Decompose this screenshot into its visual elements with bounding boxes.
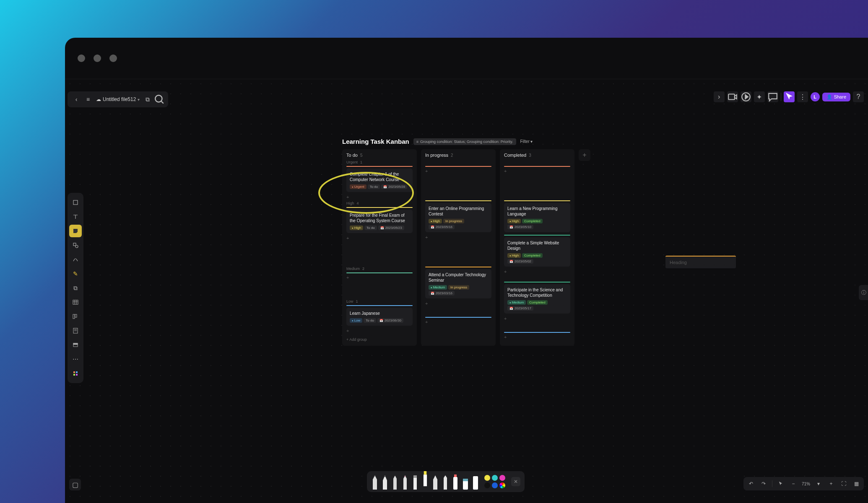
menu-button[interactable]: ≡ [83, 94, 94, 105]
kanban-filter-button[interactable]: Filter▾ [520, 139, 533, 144]
traffic-lights [78, 54, 117, 62]
card-title: Complete a Simple Website Design [507, 240, 567, 251]
search-icon[interactable] [154, 94, 165, 105]
add-card-button[interactable]: + [425, 319, 491, 324]
sticky-note-tool[interactable] [69, 225, 82, 237]
add-card-button[interactable]: + [346, 275, 413, 280]
connector-tool[interactable] [69, 253, 82, 266]
app-window: ‹ ≡ ☁ Untitled file512 ▾ ⧉ › ✦ ⋮ L 👤Shar… [65, 38, 868, 503]
zoom-out-button[interactable]: − [788, 479, 798, 489]
ai-sparkle-icon[interactable]: ✦ [754, 91, 765, 102]
expand-right-icon[interactable]: › [714, 91, 725, 102]
min-dot[interactable] [94, 54, 101, 62]
add-column-button[interactable]: + [579, 149, 590, 161]
svg-rect-11 [73, 314, 75, 319]
kanban-grouping-badge[interactable]: ≡Grouping condition: Status; Grouping co… [413, 138, 516, 145]
shape-tool[interactable] [69, 239, 82, 252]
pointer-icon[interactable] [776, 479, 786, 489]
more-icon[interactable]: ⋮ [797, 91, 808, 102]
group-bar [504, 282, 570, 283]
pen-eraser[interactable] [462, 474, 469, 490]
avatar[interactable]: L [811, 92, 820, 101]
kanban-board[interactable]: Learning Task Kanban ≡Grouping condition… [342, 138, 590, 346]
file-title[interactable]: ☁ Untitled file512 ▾ [94, 96, 141, 102]
minimap-button[interactable]: ▦ [851, 479, 861, 489]
comment-icon[interactable] [767, 91, 778, 102]
redo-button[interactable]: ↷ [759, 479, 769, 489]
kanban-card[interactable]: Enter an Online Programming Contest High… [425, 203, 491, 232]
kanban-card[interactable]: Learn a New Programming Language HighCom… [504, 203, 570, 232]
pen-chisel[interactable] [411, 474, 419, 490]
card-title: Prepare for the Final Exam of the Operat… [350, 213, 409, 223]
kanban-card[interactable]: Participate in the Science and Technolog… [504, 284, 570, 314]
file-name: Untitled file512 [103, 96, 136, 102]
color-swatch-pink[interactable] [499, 475, 505, 481]
pen-pencil[interactable] [401, 474, 409, 490]
pen-brush[interactable] [381, 474, 389, 490]
more-tools-icon[interactable]: ⋯ [69, 353, 82, 366]
heading-block[interactable]: Heading [665, 256, 736, 268]
max-dot[interactable] [109, 54, 117, 62]
record-icon[interactable] [727, 91, 738, 102]
close-tray-button[interactable]: ✕ [511, 477, 520, 486]
add-card-button[interactable]: + [346, 194, 413, 200]
pen-marker[interactable] [371, 474, 379, 490]
add-card-button[interactable]: + [504, 334, 570, 340]
kanban-card[interactable]: Attend a Computer Technology Seminar Med… [425, 269, 491, 298]
table-tool[interactable] [69, 296, 82, 309]
pen-ruler[interactable] [472, 474, 479, 490]
undo-button[interactable]: ↶ [746, 479, 756, 489]
back-button[interactable]: ‹ [71, 94, 82, 105]
doc-icon[interactable]: ⧉ [142, 94, 153, 105]
link-tool[interactable]: ⧉ [69, 282, 82, 294]
doc-block-tool[interactable] [69, 324, 82, 337]
pen-fineliner[interactable] [391, 474, 399, 490]
play-icon[interactable] [741, 91, 751, 102]
text-tool[interactable] [69, 210, 82, 223]
color-swatch-yellow[interactable] [484, 475, 490, 481]
add-card-button[interactable]: + [504, 316, 570, 321]
apps-tool[interactable] [69, 367, 82, 380]
pen-calligraphy[interactable] [442, 474, 449, 490]
cursor-tool-icon[interactable] [784, 91, 795, 102]
share-button[interactable]: 👤Share [822, 93, 850, 101]
color-swatch-rainbow[interactable] [499, 482, 505, 488]
pen-glue[interactable] [452, 474, 459, 490]
close-dot[interactable] [78, 54, 85, 62]
pen-highlighter[interactable] [421, 471, 429, 486]
help-icon[interactable]: ? [853, 91, 864, 102]
add-card-button[interactable]: + [425, 169, 491, 174]
kanban-card[interactable]: Prepare for the Final Exam of the Operat… [346, 210, 413, 233]
pen-tool[interactable]: ✎ [69, 267, 82, 280]
bottom-left-toggle[interactable]: ▢ [69, 479, 81, 490]
fit-screen-button[interactable]: ⛶ [839, 479, 849, 489]
frame-tool[interactable] [69, 196, 82, 209]
color-swatch-teal[interactable] [492, 475, 498, 481]
add-group-button[interactable]: + Add group [342, 335, 417, 344]
cloud-icon: ☁ [96, 96, 101, 102]
svg-point-6 [75, 245, 78, 248]
tag-priority: Medium [507, 300, 526, 305]
add-card-button[interactable]: + [504, 169, 570, 174]
color-swatch-blue[interactable] [492, 482, 498, 488]
kanban-tool[interactable] [69, 310, 82, 323]
info-tab-icon[interactable]: ⓘ [859, 285, 868, 300]
group-bar [425, 267, 491, 267]
card-tool[interactable] [69, 339, 82, 351]
add-card-button[interactable]: + [425, 235, 491, 240]
zoom-in-button[interactable]: + [826, 479, 836, 489]
kanban-card[interactable]: Learn Japanese LowTo do2023/06/30 [346, 308, 413, 326]
add-card-button[interactable]: + [425, 301, 491, 306]
kanban-card[interactable]: Complete Chapter 1 of the Computer Netwo… [346, 169, 413, 192]
add-card-button[interactable]: + [504, 269, 570, 274]
tag-date: 2023/05/17 [507, 306, 533, 311]
pen-airbrush[interactable] [431, 474, 439, 490]
add-card-button[interactable]: + [346, 328, 413, 333]
zoom-level[interactable]: 71% [801, 482, 811, 486]
kanban-columns: To do5 Urgent1 Complete Chapter 1 of the… [342, 149, 590, 346]
kanban-card[interactable]: Complete a Simple Website Design HighCom… [504, 237, 570, 267]
color-swatch-black[interactable] [484, 482, 490, 488]
chevron-down-icon[interactable]: ▾ [813, 479, 824, 489]
add-card-button[interactable]: + [346, 236, 413, 241]
group-label-medium: Medium2 [342, 267, 417, 272]
